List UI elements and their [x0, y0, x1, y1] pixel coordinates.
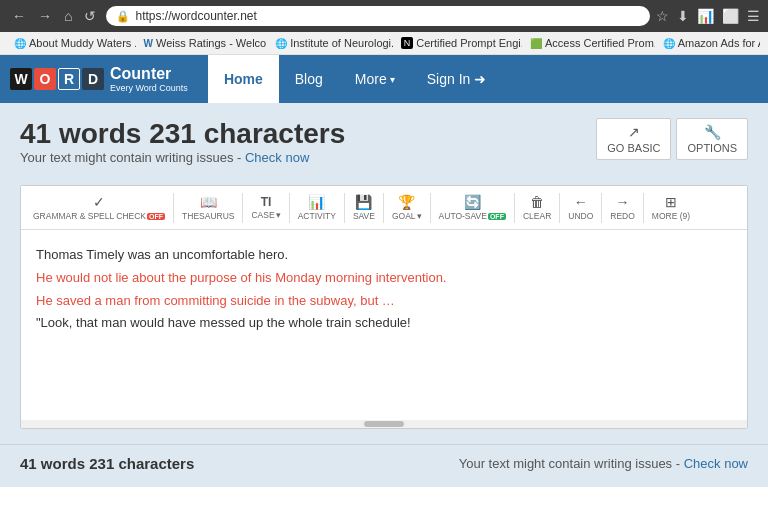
redo-button[interactable]: → REDO	[604, 190, 641, 225]
text-line-3: He saved a man from committing suicide i…	[36, 291, 732, 312]
divider-4	[344, 193, 345, 223]
more-button[interactable]: ⊞ MORE (9)	[646, 190, 696, 225]
bookmark-icon-3: N	[401, 37, 414, 49]
save-label: SAVE	[353, 211, 375, 221]
footer-stats: 41 words 231 characters Your text might …	[0, 444, 768, 482]
address-bar[interactable]: 🔒 https://wordcounter.net	[106, 6, 650, 26]
bookmarks-bar: 🌐 About Muddy Waters ... W Weiss Ratings…	[0, 32, 768, 55]
home-button[interactable]: ⌂	[60, 6, 76, 26]
divider-8	[559, 193, 560, 223]
layout-icon[interactable]: ⬜	[722, 8, 739, 24]
go-basic-button[interactable]: ↗ GO BASIC	[596, 118, 671, 160]
undo-icon: ←	[574, 194, 588, 210]
more-dropdown-arrow: ▾	[390, 74, 395, 85]
navbar: W O R D Counter Every Word Counts Home B…	[0, 55, 768, 103]
lock-icon: 🔒	[116, 10, 130, 23]
editor-container: ✓ GRAMMAR & SPELL CHECK OFF 📖 THESAURUS …	[20, 185, 748, 429]
save-icon: 💾	[355, 194, 372, 210]
url-text: https://wordcounter.net	[135, 9, 256, 23]
activity-label: ACTIVITY	[298, 211, 336, 221]
autosave-button[interactable]: 🔄 AUTO-SAVE OFF	[433, 190, 512, 225]
writing-issues-text: Your text might contain writing issues -…	[20, 150, 345, 165]
word-count-header: 41 words 231 characters	[20, 118, 345, 150]
thesaurus-button[interactable]: 📖 THESAURUS	[176, 190, 240, 225]
more-label: MORE (9)	[652, 211, 690, 221]
thesaurus-label: THESAURUS	[182, 211, 234, 221]
main-content: 41 words 231 characters Your text might …	[0, 103, 768, 444]
text-line-1: Thomas Timely was an uncomfortable hero.	[36, 245, 732, 266]
go-basic-label: GO BASIC	[607, 142, 660, 154]
goal-label: GOAL ▾	[392, 211, 422, 221]
undo-label: UNDO	[568, 211, 593, 221]
menu-icon[interactable]: ☰	[747, 8, 760, 24]
bookmark-icon-1: W	[144, 38, 153, 49]
redo-icon: →	[616, 194, 630, 210]
bookmark-muddy-waters[interactable]: 🌐 About Muddy Waters ...	[8, 35, 136, 51]
divider-10	[643, 193, 644, 223]
footer-issues: Your text might contain writing issues -…	[459, 456, 748, 471]
bookmark-amazon[interactable]: 🌐 Amazon Ads for A	[657, 35, 760, 51]
goal-icon: 🏆	[398, 194, 415, 210]
autosave-label: AUTO-SAVE OFF	[439, 211, 506, 221]
bookmark-neuro[interactable]: 🌐 Institute of Neurologi...	[269, 35, 393, 51]
divider-9	[601, 193, 602, 223]
divider-7	[514, 193, 515, 223]
goal-button[interactable]: 🏆 GOAL ▾	[386, 190, 428, 225]
scrollbar-thumb[interactable]	[364, 421, 404, 427]
logo[interactable]: W O R D Counter Every Word Counts	[10, 65, 188, 93]
goal-dropdown-arrow: ▾	[417, 211, 422, 221]
footer-word-count: 41 words 231 characters	[20, 455, 194, 472]
autosave-off-badge: OFF	[488, 213, 506, 220]
bookmark-icon-0: 🌐	[14, 38, 26, 49]
grammar-spell-check-button[interactable]: ✓ GRAMMAR & SPELL CHECK OFF	[27, 190, 171, 225]
check-now-link[interactable]: Check now	[245, 150, 309, 165]
logo-o: O	[34, 68, 56, 90]
forward-button[interactable]: →	[34, 6, 56, 26]
logo-r: R	[58, 68, 80, 90]
thesaurus-icon: 📖	[200, 194, 217, 210]
nav-blog[interactable]: Blog	[279, 55, 339, 103]
options-button[interactable]: 🔧 OPTIONS	[676, 118, 748, 160]
case-button[interactable]: TI CASE ▾	[245, 191, 286, 224]
refresh-button[interactable]: ↺	[80, 6, 100, 26]
logo-d: D	[82, 68, 104, 90]
undo-button[interactable]: ← UNDO	[562, 190, 599, 225]
text-line-2: He would not lie about the purpose of hi…	[36, 268, 732, 289]
nav-home[interactable]: Home	[208, 55, 279, 103]
clear-button[interactable]: 🗑 CLEAR	[517, 190, 557, 225]
brand-name: Counter	[110, 65, 171, 82]
extensions-icon[interactable]: 📊	[697, 8, 714, 24]
grammar-off-badge: OFF	[147, 213, 165, 220]
bookmark-icon[interactable]: ☆	[656, 8, 669, 24]
divider-1	[173, 193, 174, 223]
text-line-4: "Look, that man would have messed up the…	[36, 313, 732, 334]
nav-more[interactable]: More ▾	[339, 55, 411, 103]
clear-icon: 🗑	[530, 194, 544, 210]
divider-5	[383, 193, 384, 223]
bookmark-icon-2: 🌐	[275, 38, 287, 49]
bookmark-certified[interactable]: N Certified Prompt Engi...	[395, 35, 522, 51]
scrollbar-area	[21, 420, 747, 428]
pocket-icon[interactable]: ⬇	[677, 8, 689, 24]
activity-button[interactable]: 📊 ACTIVITY	[292, 190, 342, 225]
options-icon: 🔧	[704, 124, 721, 140]
bookmark-access[interactable]: 🟩 Access Certified Prom...	[524, 35, 655, 51]
save-button[interactable]: 💾 SAVE	[347, 190, 381, 225]
back-button[interactable]: ←	[8, 6, 30, 26]
text-area[interactable]: Thomas Timely was an uncomfortable hero.…	[21, 230, 747, 420]
nav-signin[interactable]: Sign In ➜	[411, 55, 502, 103]
divider-2	[242, 193, 243, 223]
footer-check-now-link[interactable]: Check now	[684, 456, 748, 471]
options-label: OPTIONS	[687, 142, 737, 154]
bookmark-icon-4: 🟩	[530, 38, 542, 49]
case-dropdown-arrow: ▾	[276, 210, 281, 220]
divider-3	[289, 193, 290, 223]
logo-w: W	[10, 68, 32, 90]
more-icon: ⊞	[665, 194, 677, 210]
bookmark-weiss[interactable]: W Weiss Ratings - Welco...	[138, 35, 268, 51]
toolbar: ✓ GRAMMAR & SPELL CHECK OFF 📖 THESAURUS …	[21, 186, 747, 230]
activity-icon: 📊	[308, 194, 325, 210]
go-basic-icon: ↗	[628, 124, 640, 140]
grammar-label: GRAMMAR & SPELL CHECK OFF	[33, 211, 165, 221]
redo-label: REDO	[610, 211, 635, 221]
